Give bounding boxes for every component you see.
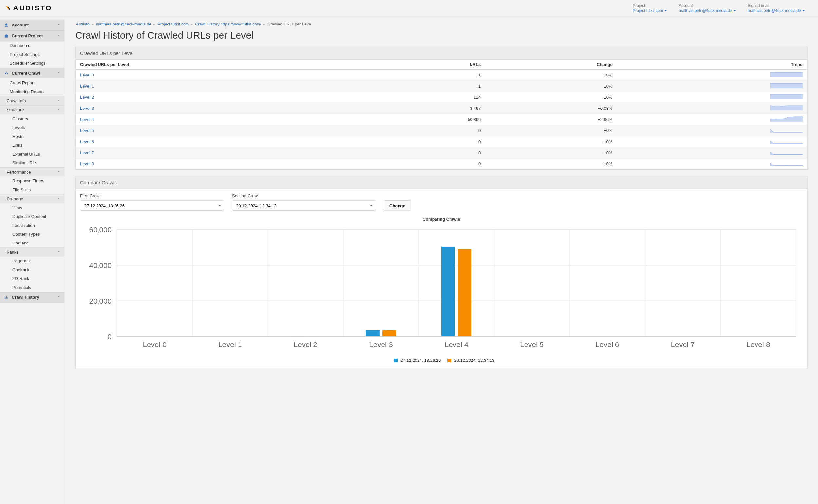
- sidebar-structure-label: Structure: [7, 108, 24, 112]
- cell-change-6: ±0%: [485, 136, 617, 147]
- sidebar-onpage-item-2[interactable]: Localization: [0, 221, 64, 230]
- cell-change-1: ±0%: [485, 81, 617, 92]
- svg-text:Level 7: Level 7: [671, 341, 694, 349]
- sidebar-structure-item-4[interactable]: External URLs: [0, 150, 64, 159]
- first-crawl-select[interactable]: 27.12.2024, 13:26:26: [80, 200, 224, 211]
- sidebar-performance-item-0[interactable]: Response Times: [0, 176, 64, 185]
- topbar-account-value: matthias.petri@4eck-media.de: [679, 8, 732, 13]
- sidebar-current-project[interactable]: Current Project: [0, 30, 64, 41]
- chart-title: Comparing Crawls: [80, 217, 803, 222]
- cell-change-5: ±0%: [485, 125, 617, 136]
- sidebar-current-crawl[interactable]: Current Crawl: [0, 68, 64, 78]
- th-change[interactable]: Change: [485, 60, 617, 70]
- sparkline: [770, 139, 803, 144]
- change-button[interactable]: Change: [384, 200, 411, 211]
- chevron-down-icon: [57, 250, 60, 255]
- table-row: Level 33,467+0.03%: [76, 103, 807, 114]
- level-link-6[interactable]: Level 6: [80, 139, 94, 144]
- cell-change-0: ±0%: [485, 70, 617, 81]
- briefcase-icon: [4, 34, 9, 38]
- breadcrumb-item-3[interactable]: Crawl History https://www.tutkit.com/: [195, 22, 261, 26]
- th-level[interactable]: Crawled URLs per Level: [76, 60, 354, 70]
- level-link-1[interactable]: Level 1: [80, 84, 94, 89]
- sidebar-structure-item-5[interactable]: Similar URLs: [0, 159, 64, 167]
- sidebar-ranks-item-0[interactable]: Pagerank: [0, 257, 64, 265]
- topbar-account-label: Account: [679, 3, 736, 8]
- sidebar-performance[interactable]: Performance: [0, 167, 64, 176]
- sidebar-performance-label: Performance: [7, 170, 31, 175]
- breadcrumb-item-0[interactable]: Audisto: [76, 22, 90, 26]
- svg-text:Level 8: Level 8: [746, 341, 770, 349]
- sidebar-structure-item-1[interactable]: Levels: [0, 123, 64, 132]
- cell-trend-6: [617, 136, 807, 147]
- sidebar-performance-item-1[interactable]: File Sizes: [0, 185, 64, 194]
- sidebar-crawl-item-0[interactable]: Crawl Report: [0, 78, 64, 87]
- sidebar-onpage-item-4[interactable]: Hreflang: [0, 239, 64, 247]
- svg-text:Level 5: Level 5: [520, 341, 543, 349]
- topbar-project-value: Project tutkit.com: [633, 8, 663, 13]
- topbar-signedin[interactable]: Signed in as matthias.petri@4eck-media.d…: [742, 0, 811, 16]
- caret-down-icon: [733, 10, 736, 11]
- chevron-down-icon: [57, 170, 60, 175]
- svg-text:60,000: 60,000: [89, 226, 111, 234]
- level-link-7[interactable]: Level 7: [80, 150, 94, 155]
- sidebar-account[interactable]: Account: [0, 20, 64, 30]
- sidebar-project-item-2[interactable]: Scheduler Settings: [0, 59, 64, 68]
- sidebar-crawl-info-label: Crawl Info: [7, 98, 26, 103]
- second-crawl-select[interactable]: 20.12.2024, 12:34:13: [232, 200, 376, 211]
- topbar-signedin-label: Signed in as: [748, 3, 805, 8]
- breadcrumb: Audisto▸matthias.petri@4eck-media.de▸Pro…: [75, 20, 808, 28]
- sidebar-crawl-info[interactable]: Crawl Info: [0, 96, 64, 105]
- sidebar-structure-item-0[interactable]: Clusters: [0, 114, 64, 123]
- sparkline: [770, 127, 803, 133]
- chevron-down-icon: [57, 196, 60, 201]
- sparkline: [770, 116, 803, 122]
- breadcrumb-sep: ▸: [151, 22, 157, 26]
- sidebar-structure-item-2[interactable]: Hosts: [0, 132, 64, 141]
- cell-urls-8: 0: [354, 159, 485, 170]
- chart-legend: 27.12.2024, 13:26:26 20.12.2024, 12:34:1…: [80, 357, 803, 365]
- table-row: Level 11±0%: [76, 81, 807, 92]
- level-link-0[interactable]: Level 0: [80, 73, 94, 77]
- sidebar-ranks-item-1[interactable]: Cheirank: [0, 265, 64, 274]
- svg-text:Level 3: Level 3: [369, 341, 393, 349]
- level-link-2[interactable]: Level 2: [80, 95, 94, 100]
- sidebar-ranks-item-2[interactable]: 2D-Rank: [0, 274, 64, 283]
- sidebar-account-label: Account: [12, 23, 29, 27]
- sparkline: [770, 161, 803, 166]
- level-link-4[interactable]: Level 4: [80, 117, 94, 122]
- sidebar-structure[interactable]: Structure: [0, 105, 64, 114]
- sidebar-ranks[interactable]: Ranks: [0, 247, 64, 257]
- sidebar-structure-item-3[interactable]: Links: [0, 141, 64, 150]
- topbar-project[interactable]: Project Project tutkit.com: [627, 0, 673, 16]
- level-link-8[interactable]: Level 8: [80, 161, 94, 166]
- legend-label-1: 27.12.2024, 13:26:26: [400, 358, 441, 363]
- brand-logo[interactable]: AUDISTO: [5, 0, 52, 16]
- level-link-5[interactable]: Level 5: [80, 128, 94, 133]
- sidebar-crawl-history-label: Crawl History: [12, 295, 39, 300]
- cell-change-2: ±0%: [485, 92, 617, 103]
- sidebar-ranks-label: Ranks: [7, 250, 19, 255]
- table-row: Level 80±0%: [76, 159, 807, 170]
- th-urls[interactable]: URLs: [354, 60, 485, 70]
- sidebar-crawl-history[interactable]: Crawl History: [0, 292, 64, 303]
- th-trend[interactable]: Trend: [617, 60, 807, 70]
- sparkline: [770, 150, 803, 155]
- level-link-3[interactable]: Level 3: [80, 106, 94, 111]
- sidebar-project-item-1[interactable]: Project Settings: [0, 50, 64, 59]
- sidebar-onpage-item-3[interactable]: Content Types: [0, 230, 64, 239]
- sidebar-onpage-item-1[interactable]: Duplicate Content: [0, 212, 64, 221]
- svg-text:Level 6: Level 6: [595, 341, 619, 349]
- sidebar-current-crawl-label: Current Crawl: [12, 71, 40, 76]
- breadcrumb-item-2[interactable]: Project tutkit.com: [157, 22, 189, 26]
- sidebar-ranks-item-3[interactable]: Potentials: [0, 283, 64, 292]
- bar: [383, 330, 396, 337]
- sidebar-crawl-item-1[interactable]: Monitoring Report: [0, 87, 64, 96]
- legend-swatch-2: [447, 359, 451, 362]
- sidebar-onpage-item-0[interactable]: Hints: [0, 203, 64, 212]
- bar: [458, 249, 472, 337]
- topbar-account[interactable]: Account matthias.petri@4eck-media.de: [673, 0, 742, 16]
- sidebar-project-item-0[interactable]: Dashboard: [0, 41, 64, 50]
- breadcrumb-item-1[interactable]: matthias.petri@4eck-media.de: [96, 22, 151, 26]
- sidebar-onpage[interactable]: On-page: [0, 194, 64, 203]
